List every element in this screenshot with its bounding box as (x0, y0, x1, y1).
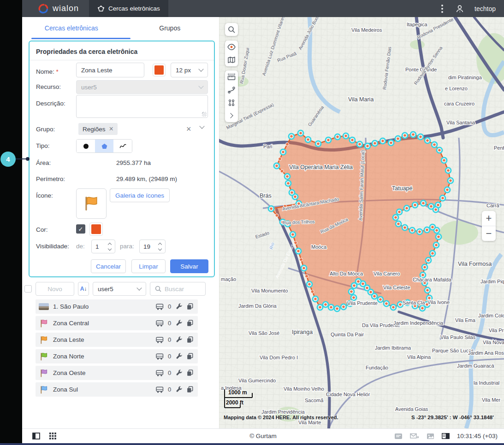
visibility-to-label: para: (120, 243, 134, 250)
tab-groups[interactable]: Grupos (121, 17, 219, 39)
zoom-in-button[interactable]: + (482, 211, 496, 226)
map-label: Vila Moinho Velho (284, 386, 324, 392)
geofence-flag-icon (39, 319, 48, 328)
expand-tools-button[interactable] (225, 109, 238, 122)
copy-icon[interactable] (187, 320, 193, 327)
icon-gallery-button[interactable]: Galeria de ícones (110, 188, 170, 202)
geofence-list-item[interactable]: Zona Sul 0 (36, 382, 198, 397)
ruler-button[interactable] (225, 70, 238, 83)
nodes-button[interactable] (225, 96, 238, 109)
select-all-checkbox[interactable] (24, 285, 32, 293)
sort-button[interactable]: A↓ (78, 282, 89, 296)
edit-wrench-icon[interactable] (176, 369, 183, 376)
visibility-from-spinner[interactable]: 1 (91, 240, 115, 253)
map-label: Vila Ivone (427, 299, 450, 305)
map-label: Jardim Guairacá (457, 363, 495, 369)
geofence-list-item[interactable]: Zona Leste 0 (36, 333, 198, 347)
group-chip[interactable]: Regiões× (78, 123, 118, 135)
visibility-eye-button[interactable] (225, 41, 238, 53)
copy-icon[interactable] (187, 303, 193, 310)
ruler-icon (227, 73, 236, 81)
group-dropdown-icon[interactable] (199, 123, 204, 129)
app-header: wialon Cercas eletrônicas techtop (22, 0, 504, 17)
scale-metric: 1000 m (228, 389, 256, 396)
edit-wrench-icon[interactable] (176, 336, 183, 343)
chip-remove-icon[interactable]: × (109, 125, 113, 133)
polygon-midpoint-handle[interactable] (311, 290, 314, 293)
user-switch-icon[interactable] (455, 4, 464, 13)
header-tab-geofences[interactable]: Cercas eletrônicas (89, 0, 168, 17)
map-label: Vila São José (249, 330, 279, 336)
search-icon (155, 286, 161, 292)
description-textarea[interactable] (76, 95, 208, 118)
left-rail (0, 0, 22, 445)
polygon-midpoint-handle[interactable] (280, 170, 284, 173)
copy-icon[interactable] (187, 353, 193, 360)
kebab-menu-icon[interactable] (439, 3, 445, 15)
status-bar: © Gurtam 10:31:45 (+03) (22, 428, 504, 443)
spinner-arrows-icon[interactable] (108, 243, 111, 250)
unit-bus-icon (156, 304, 164, 310)
new-geofence-button[interactable]: Novo (36, 282, 74, 296)
geofence-list-item[interactable]: Zona Central 0 (36, 316, 198, 330)
map-label: Moóca (311, 244, 327, 250)
panel-tabs: Cercas eletrônicas Grupos (22, 17, 219, 39)
unit-bus-icon (156, 320, 164, 327)
header-tab-label: Cercas eletrônicas (108, 5, 160, 12)
map-label: Vila Pri (489, 328, 504, 333)
route-button[interactable] (225, 83, 238, 96)
map-layers-button[interactable] (225, 53, 238, 66)
edit-wrench-icon[interactable] (176, 353, 183, 360)
type-circle-option[interactable] (77, 140, 95, 152)
annotation-connector-dot (26, 157, 30, 161)
copy-icon[interactable] (187, 369, 193, 376)
map-container[interactable]: Vila MedeirosItapegicaPonte Grandedim Pi… (219, 17, 504, 428)
geofence-list-item[interactable]: Zona Norte 0 (36, 349, 198, 363)
type-line-option[interactable] (113, 140, 132, 152)
line-color-swatch[interactable] (153, 64, 166, 76)
edit-wrench-icon[interactable] (176, 303, 183, 310)
username[interactable]: techtop (474, 5, 496, 12)
type-label: Tipo: (36, 142, 50, 149)
tab-geofences[interactable]: Cercas eletrônicas (22, 17, 121, 39)
polygon-midpoint-handle[interactable] (275, 214, 279, 217)
map-label: Itapegica (407, 22, 428, 27)
save-button[interactable]: Salvar (170, 259, 208, 273)
wialon-logo-icon (38, 3, 49, 14)
zoom-out-button[interactable]: − (482, 226, 496, 241)
polygon-midpoint-handle[interactable] (305, 275, 308, 278)
edit-wrench-icon[interactable] (176, 320, 183, 327)
geofence-flag-icon (39, 352, 48, 361)
spinner-arrows-icon[interactable] (159, 243, 161, 250)
search-input[interactable] (165, 286, 197, 293)
type-polygon-option[interactable] (95, 140, 113, 152)
group-clear-icon[interactable]: × (186, 125, 191, 133)
resource-filter-select[interactable]: user5 (93, 282, 146, 296)
polygon-midpoint-handle[interactable] (300, 258, 303, 261)
flag-icon (83, 195, 100, 212)
clear-button[interactable]: Limpar (131, 259, 166, 273)
resize-handle[interactable] (202, 112, 207, 117)
map-label: Jardim Independência (393, 320, 444, 326)
polygon-midpoint-handle[interactable] (286, 143, 289, 146)
geofence-list-item[interactable]: Zona Oeste 0 (36, 366, 198, 380)
visibility-to-spinner[interactable]: 19 (139, 240, 166, 253)
geofence-list: 1. São Paulo 0 (36, 299, 198, 399)
scale-imperial: 2000 ft (226, 399, 254, 406)
map-search-button[interactable] (225, 23, 238, 36)
geofence-list-item[interactable]: 1. São Paulo 0 (36, 299, 198, 314)
copy-icon[interactable] (187, 386, 193, 393)
fill-color-swatch[interactable] (89, 222, 103, 236)
map-label: Vila Marte (298, 420, 321, 425)
name-input[interactable] (76, 63, 144, 77)
map-label: e Lorenzo (445, 86, 468, 91)
cancel-button[interactable]: Cancelar (91, 259, 126, 273)
polygon-midpoint-handle[interactable] (279, 158, 282, 161)
geofence-icon-preview[interactable] (76, 188, 107, 219)
zoom-control: + − (482, 211, 496, 241)
text-size-select[interactable]: 12 px (171, 63, 208, 77)
edit-wrench-icon[interactable] (176, 386, 183, 393)
copy-icon[interactable] (187, 336, 193, 343)
map-canvas[interactable]: Vila MedeirosItapegicaPonte Grandedim Pi… (219, 17, 504, 428)
color-checkbox[interactable]: ✓ (76, 224, 85, 234)
